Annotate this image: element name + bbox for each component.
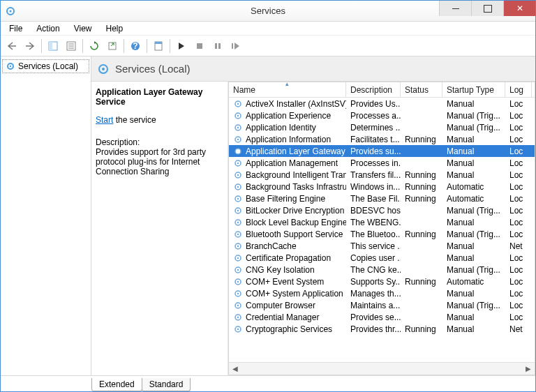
cell-name: ActiveX Installer (AxInstSV) (229, 99, 346, 109)
nav-services-local[interactable]: Services (Local) (2, 59, 89, 73)
start-link[interactable]: Start (96, 115, 113, 125)
restart-service-button[interactable] (228, 38, 244, 54)
column-description[interactable]: Description (346, 82, 401, 97)
menu-file[interactable]: File (3, 22, 28, 35)
cell-description: The Bluetoo... (346, 229, 401, 239)
show-hide-tree-button[interactable] (45, 38, 61, 54)
cell-logon: Loc (505, 123, 526, 133)
service-row[interactable]: Background Intelligent Trans...Transfers… (229, 169, 535, 181)
cell-description: BDESVC hos... (346, 206, 401, 216)
detail-pane: Application Layer Gateway Service Start … (91, 82, 228, 375)
pause-service-button[interactable] (209, 38, 226, 54)
service-row[interactable]: Background Tasks Infrastru...Windows in.… (229, 181, 535, 193)
svg-point-22 (237, 103, 239, 104)
cell-name: COM+ System Application (229, 289, 346, 299)
service-row[interactable]: Bluetooth Support ServiceThe Bluetoo...R… (229, 228, 535, 240)
cell-description: Manages th... (346, 289, 401, 299)
close-button[interactable] (503, 1, 535, 16)
service-row[interactable]: Application ExperienceProcesses a...Manu… (229, 110, 535, 121)
scroll-track[interactable] (241, 363, 522, 375)
back-button[interactable] (3, 38, 20, 54)
svg-point-36 (237, 186, 239, 187)
cell-name: Application Experience (229, 111, 346, 121)
app-icon (5, 6, 16, 17)
minimize-button[interactable] (439, 1, 471, 16)
toolbar: ? (1, 36, 535, 56)
list-body[interactable]: ActiveX Installer (AxInstSV)Provides Us.… (229, 98, 535, 362)
cell-logon: Loc (505, 99, 526, 109)
service-row[interactable]: CNG Key IsolationThe CNG ke...Manual (Tr… (229, 264, 535, 276)
service-row[interactable]: COM+ System ApplicationManages th...Manu… (229, 287, 535, 299)
column-name[interactable]: Name (229, 82, 346, 97)
horizontal-scrollbar[interactable]: ◀ ▶ (229, 362, 535, 375)
refresh-button[interactable] (86, 38, 103, 54)
menu-action[interactable]: Action (31, 22, 65, 35)
svg-point-54 (237, 292, 239, 294)
content-title: Services (Local) (115, 63, 191, 75)
window-title: Services (251, 6, 285, 16)
cell-status: Running (401, 324, 442, 334)
details-button[interactable] (63, 38, 80, 54)
column-status[interactable]: Status (401, 82, 442, 97)
service-row[interactable]: Base Filtering EngineThe Base Fil...Runn… (229, 193, 535, 204)
service-row[interactable]: Credential ManagerProvides se...ManualLo… (229, 311, 535, 323)
menu-help[interactable]: Help (100, 22, 129, 35)
forward-button[interactable] (22, 38, 38, 54)
separator (170, 39, 170, 53)
service-row[interactable]: Cryptographic ServicesProvides thr...Run… (229, 323, 535, 335)
service-row[interactable]: Application ManagementProcesses in...Man… (229, 157, 535, 169)
title-bar: Services (1, 1, 535, 22)
tab-standard[interactable]: Standard (142, 378, 191, 391)
gear-icon (97, 63, 110, 75)
cell-name: Bluetooth Support Service (229, 229, 346, 239)
cell-name: Block Level Backup Engine ... (229, 218, 346, 227)
cell-startup: Manual (442, 324, 505, 334)
cell-name: Application Identity (229, 123, 346, 133)
menu-bar: File Action View Help (1, 22, 535, 36)
service-row[interactable]: Computer BrowserMaintains a...Manual (Tr… (229, 299, 535, 311)
menu-view[interactable]: View (68, 22, 98, 35)
cell-name: Background Intelligent Trans... (229, 170, 346, 180)
service-row[interactable]: Certificate PropagationCopies user ...Ma… (229, 252, 535, 264)
cell-logon: Loc (505, 312, 526, 322)
cell-status: Running (401, 170, 442, 180)
service-row[interactable]: Application IdentityDetermines ...Manual… (229, 121, 535, 133)
cell-startup: Manual (Trig... (442, 123, 505, 133)
service-row[interactable]: BranchCacheThis service ...ManualNet (229, 240, 535, 252)
svg-point-32 (237, 162, 239, 163)
service-row[interactable]: COM+ Event SystemSupports Sy...RunningAu… (229, 276, 535, 287)
column-logon[interactable]: Log (505, 82, 532, 97)
cell-name: COM+ Event System (229, 277, 346, 287)
stop-service-button[interactable] (191, 38, 208, 54)
cell-startup: Manual (442, 135, 505, 144)
service-row[interactable]: ActiveX Installer (AxInstSV)Provides Us.… (229, 98, 535, 110)
cell-logon: Loc (505, 158, 526, 168)
service-row[interactable]: BitLocker Drive Encryption ...BDESVC hos… (229, 204, 535, 216)
column-startup-type[interactable]: Startup Type (442, 82, 505, 97)
service-row[interactable]: Application InformationFacilitates t...R… (229, 133, 535, 145)
svg-rect-3 (49, 42, 52, 50)
tab-extended[interactable]: Extended (91, 378, 142, 391)
cell-status: Running (401, 194, 442, 204)
service-row[interactable]: Application Layer Gateway ...Provides su… (229, 145, 535, 157)
properties-button[interactable] (150, 38, 167, 54)
column-headers: Name Description Status Startup Type Log (229, 82, 535, 98)
cell-description: Windows in... (346, 182, 401, 192)
svg-point-38 (237, 197, 239, 199)
svg-point-20 (102, 68, 105, 70)
cell-startup: Automatic (442, 194, 505, 204)
service-row[interactable]: Block Level Backup Engine ...The WBENG..… (229, 216, 535, 228)
maximize-button[interactable] (471, 1, 503, 16)
cell-name: Computer Browser (229, 301, 346, 310)
start-service-button[interactable] (173, 38, 190, 54)
scroll-right-icon[interactable]: ▶ (522, 363, 535, 375)
help-button[interactable]: ? (127, 38, 144, 54)
export-button[interactable] (104, 38, 121, 54)
cell-description: Transfers fil... (346, 170, 401, 180)
svg-point-50 (237, 269, 239, 270)
content-body: Application Layer Gateway Service Start … (91, 82, 535, 375)
svg-point-52 (237, 280, 239, 282)
cell-startup: Manual (442, 146, 505, 156)
scroll-left-icon[interactable]: ◀ (229, 363, 241, 375)
cell-description: The CNG ke... (346, 265, 401, 275)
